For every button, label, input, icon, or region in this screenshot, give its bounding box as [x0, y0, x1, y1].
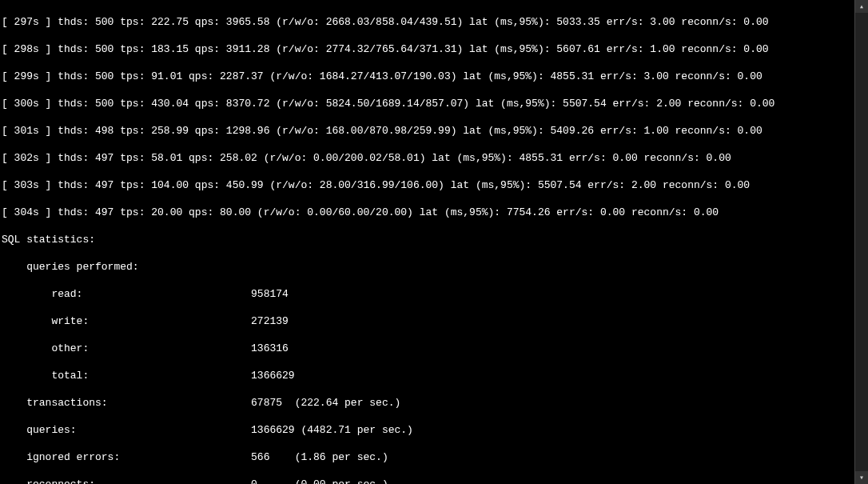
log-line: [ 300s ] thds: 500 tps: 430.04 qps: 8370…: [2, 97, 868, 110]
stat-line: ignored errors: 566 (1.86 per sec.): [2, 450, 868, 464]
terminal-output: [ 297s ] thds: 500 tps: 222.75 qps: 3965…: [0, 0, 868, 484]
stat-line: total: 1366629: [2, 369, 868, 382]
scroll-up-icon[interactable]: ▴: [855, 0, 868, 13]
log-line: [ 297s ] thds: 500 tps: 222.75 qps: 3965…: [2, 15, 868, 29]
log-line: [ 304s ] thds: 497 tps: 20.00 qps: 80.00…: [2, 206, 868, 219]
log-line: [ 301s ] thds: 498 tps: 258.99 qps: 1298…: [2, 124, 868, 138]
log-line: [ 299s ] thds: 500 tps: 91.01 qps: 2287.…: [2, 70, 868, 83]
stat-line: other: 136316: [2, 342, 868, 355]
log-line: [ 303s ] thds: 497 tps: 104.00 qps: 450.…: [2, 178, 868, 192]
stat-line: transactions: 67875 (222.64 per sec.): [2, 396, 868, 410]
stat-line: reconnects: 0 (0.00 per sec.): [2, 478, 868, 484]
stat-line: queries: 1366629 (4482.71 per sec.): [2, 423, 868, 437]
scrollbar[interactable]: ▴ ▾: [854, 0, 868, 484]
stat-line: read: 958174: [2, 287, 868, 301]
log-line: [ 302s ] thds: 497 tps: 58.01 qps: 258.0…: [2, 151, 868, 165]
log-line: [ 298s ] thds: 500 tps: 183.15 qps: 3911…: [2, 42, 868, 56]
stat-line: write: 272139: [2, 314, 868, 328]
stat-line: queries performed:: [2, 260, 868, 274]
scroll-down-icon[interactable]: ▾: [855, 471, 868, 484]
sql-stats-header: SQL statistics:: [2, 233, 868, 246]
